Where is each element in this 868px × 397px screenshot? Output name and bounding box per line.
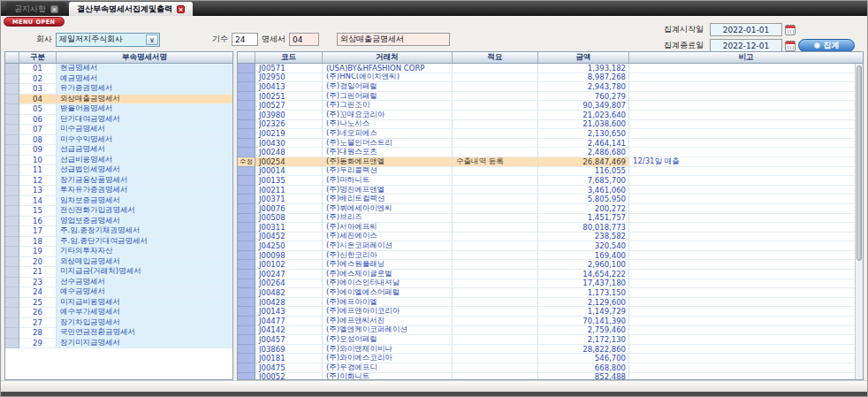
chevron-down-icon[interactable]: ∨: [146, 34, 158, 45]
statement-list-row[interactable]: 01현금명세서: [5, 64, 232, 74]
amount-cell: 2,172,130: [538, 335, 629, 345]
toolbar: 회사 제일저지주식회사 ∨ 기수 명세서 집계시작일 집계종료일: [1, 27, 867, 51]
vendor-detail-row[interactable]: J04142(주)엘엔케이코퍼레이션2,759,460: [238, 326, 863, 336]
vendor-name-cell: (주)마하니트: [323, 176, 453, 186]
vendor-detail-row[interactable]: J03869(주)와이앤제이비나28,822,860: [238, 345, 863, 355]
calendar-icon[interactable]: [785, 25, 796, 35]
vendor-detail-row[interactable]: 수정J00254(주)동화에프앤엘수출내역 등록26,847,46912/31일…: [238, 157, 863, 167]
statement-list-row[interactable]: 13투자유가증권명세서: [5, 186, 232, 196]
row-selector-cell: [5, 247, 19, 257]
statement-code-cell: 01: [19, 64, 57, 74]
statement-code-cell: 26: [19, 308, 57, 318]
statement-list-row[interactable]: 29장기미지급명세서: [5, 339, 232, 349]
tab-close-icon[interactable]: ×: [177, 5, 185, 13]
statement-code-input[interactable]: [289, 33, 319, 46]
statement-code-cell: 05: [19, 104, 57, 115]
statement-list-row[interactable]: 25미지급비용명세서: [5, 298, 232, 309]
vendor-detail-row[interactable]: J00371(주)베리트컬렉션5,805,950: [238, 195, 863, 204]
row-selector-cell: [5, 267, 19, 278]
tab-close-icon[interactable]: ×: [50, 5, 58, 13]
vendor-detail-row[interactable]: J00457(주)오성어패럴2,172,130: [238, 335, 863, 345]
end-date-input[interactable]: [710, 39, 782, 52]
statement-list-row[interactable]: 02예금명세서: [5, 74, 232, 85]
tab-statement-report[interactable]: 결산부속명세서집계및출력 ×: [69, 2, 193, 16]
statement-list-row[interactable]: 28국민연금전환금명세서: [5, 328, 232, 339]
statement-list-row[interactable]: 23선수금명세서: [5, 278, 232, 288]
calendar-icon[interactable]: [785, 41, 796, 51]
scrollbar-thumb[interactable]: [857, 65, 862, 261]
statement-list-row[interactable]: 04외상매출금명세서: [5, 95, 232, 105]
statement-list-row[interactable]: 14임차보증금명세서: [5, 196, 232, 207]
statement-list-row[interactable]: 16영업보증금명세서: [5, 217, 232, 227]
company-select[interactable]: 제일저지주식회사 ∨: [56, 33, 160, 47]
vendor-detail-row[interactable]: J00143(주)에프앤아이코리아1,149,729: [238, 307, 863, 317]
vendor-detail-row[interactable]: J04477(주)에프앤씨서진70,141,390: [238, 317, 863, 326]
statement-name-cell: 예금명세서: [57, 74, 232, 85]
aggregate-button[interactable]: 집계: [798, 39, 855, 52]
statement-list-row[interactable]: 27장기차입금명세서: [5, 318, 232, 329]
period-input[interactable]: [232, 33, 258, 46]
statement-list-row[interactable]: 06단기대여금명세서: [5, 115, 232, 126]
vendor-detail-row[interactable]: J00508(주)브리즈1,451,757: [238, 214, 863, 224]
row-selector-cell: [5, 84, 19, 95]
vendor-detail-row[interactable]: J02950(주)HNC(에이치엔씨)8,987,268: [238, 73, 863, 83]
statement-list-row[interactable]: 20외상매입금명세서: [5, 257, 232, 268]
statement-list-row[interactable]: 09선급금명세서: [5, 145, 232, 156]
vendor-detail-row[interactable]: J00102(주)에스원플래닝2,960,100: [238, 260, 863, 270]
vendor-detail-row[interactable]: J00264(주)에이스인터내셔날17,437,180: [238, 279, 863, 289]
statement-list-row[interactable]: 19기타의투자자산: [5, 247, 232, 257]
vendor-detail-row[interactable]: J00428(주)에프아이엘2,129,600: [238, 298, 863, 308]
statement-list-row[interactable]: 07미수금명세서: [5, 125, 232, 135]
vendor-detail-row[interactable]: J00248(주)대원스포츠2,486,680: [238, 148, 863, 157]
statement-list-row[interactable]: 12장기금융상품명세서: [5, 176, 232, 187]
statement-name-input[interactable]: [337, 33, 450, 46]
vendor-detail-row[interactable]: J00475(주)우경에프디668,800: [238, 363, 863, 373]
menu-open-button[interactable]: MENU OPEN: [4, 17, 65, 27]
vendor-detail-row[interactable]: J02326(주)나노시스21,038,600: [238, 120, 863, 130]
statement-list-row[interactable]: 17주.임.종장기채권명세서: [5, 226, 232, 237]
end-date-label: 집계종료일: [664, 40, 704, 51]
statement-list-row[interactable]: 21미지급금(거래처)명세서: [5, 267, 232, 278]
vendor-detail-row[interactable]: J00413(주)경일어패럴2,943,780: [238, 82, 863, 92]
vendor-code-cell: J00311: [255, 223, 323, 233]
vendor-detail-row[interactable]: J00014(주)두리콜렉션116,055: [238, 167, 863, 177]
amount-cell: 1,173,150: [538, 288, 629, 298]
row-selector-cell: [5, 298, 19, 309]
statement-list-row[interactable]: 11선급법인세명세서: [5, 165, 232, 176]
statement-list-row[interactable]: 15전신전화가입권명세서: [5, 206, 232, 217]
description-cell: [453, 204, 538, 214]
row-selector-cell: [238, 111, 255, 120]
vendor-detail-row[interactable]: J00482(주)에이엘에스어패럴1,173,150: [238, 288, 863, 298]
note-cell: [629, 139, 863, 149]
statement-list-row[interactable]: 24예수금명세서: [5, 287, 232, 298]
vendor-detail-row[interactable]: J00247(주)에스제이글로벌14,654,222: [238, 270, 863, 279]
statement-list-row[interactable]: 10선급비용명세서: [5, 156, 232, 166]
tab-notice[interactable]: 공지사항 ×: [6, 2, 66, 16]
row-selector-cell: [5, 226, 19, 237]
vendor-detail-row[interactable]: J00098(주)신한코리아169,400: [238, 251, 863, 261]
vendor-detail-row[interactable]: J00527(주)그린조이90,349,807: [238, 101, 863, 111]
vendor-detail-row[interactable]: J00211(주)명진에프앤엘3,461,060: [238, 186, 863, 195]
statement-list-row[interactable]: 05받을어음명세서: [5, 104, 232, 115]
statement-code-cell: 21: [19, 267, 57, 278]
vendor-detail-row[interactable]: J00135(주)마하니트7,685,700: [238, 176, 863, 186]
row-selector-cell: [238, 73, 255, 83]
note-cell: 12/31일 매출: [629, 157, 863, 167]
vendor-detail-row[interactable]: J00052(주)이화니트852,488: [238, 373, 863, 379]
vendor-detail-row[interactable]: J00571(USA)BY&HFASHION CORP1,393,182: [238, 64, 863, 73]
vendor-detail-row[interactable]: J00181(주)와이에스코리아546,700: [238, 354, 863, 363]
statement-list-row[interactable]: 03유가증권명세서: [5, 84, 232, 95]
vendor-detail-row[interactable]: J00219(주)네오피에스2,130,650: [238, 129, 863, 139]
statement-list-row[interactable]: 26예수부가세명세서: [5, 308, 232, 318]
vertical-scrollbar[interactable]: [855, 64, 863, 379]
vendor-detail-row[interactable]: J00311(주)서아에프씨80,018,773: [238, 223, 863, 233]
vendor-detail-row[interactable]: J00452(주)세진에이스238,582: [238, 233, 863, 242]
statement-list-row[interactable]: 18주.임.종단기대여금명세서: [5, 237, 232, 248]
vendor-detail-row[interactable]: J00251(주)그린어패럴760,279: [238, 92, 863, 102]
vendor-detail-row[interactable]: J04250(주)시온코퍼레이션320,540: [238, 241, 863, 251]
vendor-detail-row[interactable]: J00076(주)뷔에세아이엔씨200,272: [238, 204, 863, 214]
vendor-detail-row[interactable]: J03980(주)꼬매요코리아21,023,640: [238, 111, 863, 120]
statement-list-row[interactable]: 08미수수익명세서: [5, 135, 232, 146]
vendor-detail-row[interactable]: J00430(주)노블인더스트리2,464,141: [238, 139, 863, 149]
statement-name-cell: 국민연금전환금명세서: [57, 328, 232, 339]
